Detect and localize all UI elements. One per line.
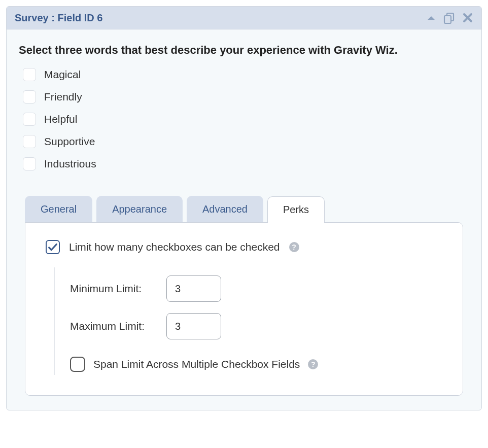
tab-general[interactable]: General [25,196,92,222]
option-label: Magical [44,68,81,81]
svg-rect-1 [444,16,451,23]
option-industrious: Industrious [23,157,469,170]
panel-body: Select three words that best describe yo… [7,29,481,410]
panel-title: Survey : Field ID 6 [15,12,427,24]
span-limit-toggle[interactable] [70,357,85,372]
minimum-limit-row: Minimum Limit: [70,275,447,302]
option-label: Industrious [44,158,96,170]
panel-header: Survey : Field ID 6 [7,7,481,29]
tab-appearance[interactable]: Appearance [96,196,183,222]
collapse-icon[interactable] [427,15,436,21]
checkbox-options: Magical Friendly Helpful Supportive Indu… [23,68,469,170]
option-friendly: Friendly [23,90,469,104]
limit-checkboxes-label: Limit how many checkboxes can be checked [69,241,280,253]
field-question: Select three words that best describe yo… [19,44,469,57]
help-icon[interactable]: ? [308,359,318,369]
limit-checkboxes-toggle[interactable] [46,240,60,254]
limit-checkboxes-row: Limit how many checkboxes can be checked… [46,240,447,254]
option-helpful: Helpful [23,113,469,126]
minimum-limit-input[interactable] [166,275,221,302]
settings-tabs: General Appearance Advanced Perks [25,196,469,222]
span-limit-label: Span Limit Across Multiple Checkbox Fiel… [93,358,300,370]
option-magical: Magical [23,68,469,81]
span-limit-row: Span Limit Across Multiple Checkbox Fiel… [70,357,447,372]
duplicate-icon[interactable] [443,12,455,24]
maximum-limit-row: Maximum Limit: [70,313,447,339]
close-icon[interactable] [462,12,473,23]
maximum-limit-input[interactable] [166,313,221,339]
checkbox[interactable] [23,90,36,104]
field-settings-panel: Survey : Field ID 6 Select three words t… [6,6,482,410]
tab-advanced[interactable]: Advanced [187,196,263,222]
help-icon[interactable]: ? [289,242,299,252]
checkbox[interactable] [23,113,36,126]
tab-content-perks: Limit how many checkboxes can be checked… [25,222,463,396]
checkbox[interactable] [23,68,36,81]
checkbox[interactable] [23,157,36,170]
limit-sub-settings: Minimum Limit: Maximum Limit: Span Limit… [54,267,447,375]
minimum-limit-label: Minimum Limit: [70,283,156,295]
maximum-limit-label: Maximum Limit: [70,320,156,332]
checkbox[interactable] [23,135,36,148]
panel-actions [427,12,473,24]
tab-perks[interactable]: Perks [267,196,325,223]
option-label: Helpful [44,113,77,125]
option-label: Supportive [44,135,95,148]
option-supportive: Supportive [23,135,469,148]
option-label: Friendly [44,91,82,103]
